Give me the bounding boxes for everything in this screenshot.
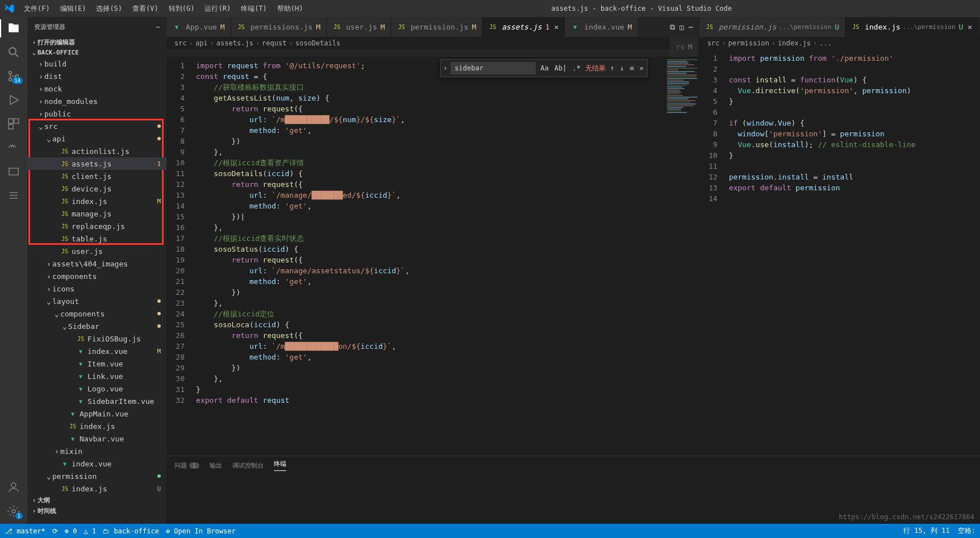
tree-item[interactable]: ⌄components [27, 307, 166, 320]
editor-tab[interactable]: ▼index.vueM [565, 17, 638, 37]
panel-tab[interactable]: 问题1 [174, 461, 199, 470]
panel-tab[interactable]: 终端 [274, 460, 286, 471]
tree-item[interactable]: JSreplaceqp.js [27, 220, 166, 232]
tree-item[interactable]: ›node_modules [27, 95, 166, 107]
menu-item[interactable]: 编辑(E) [56, 2, 91, 16]
tree-item[interactable]: ▼SidebarItem.vue [27, 395, 166, 407]
tree-item[interactable]: ▼index.vueM [27, 345, 166, 357]
tree-item[interactable]: ▼index.vue [27, 457, 166, 470]
code-content[interactable]: import permission from './permission' co… [724, 49, 979, 456]
editor-tab[interactable]: JSuser.jsM [327, 17, 391, 37]
menu-item[interactable]: 查看(V) [128, 2, 163, 16]
indentation[interactable]: 空格: [958, 526, 975, 536]
editor-tab[interactable]: JSindex.js ...\permissionU✕ [845, 17, 978, 37]
code-content[interactable]: import request from '@/utils/request'; c… [191, 57, 665, 456]
tree-item[interactable]: ›assets\404_images [27, 257, 166, 270]
breadcrumb-left[interactable]: src›api›assets.js›requst›sosoDetails [166, 37, 670, 49]
account-icon[interactable] [7, 481, 20, 494]
debug-icon[interactable] [7, 93, 20, 107]
errors-indicator[interactable]: ⊗ 0 [65, 527, 77, 535]
tree-item[interactable]: ›build [27, 57, 166, 70]
tree-item[interactable]: ⌄api [27, 132, 166, 145]
editor-tab[interactable]: ▼App.vueM [166, 17, 231, 37]
find-selection-icon[interactable]: ≡ [628, 63, 635, 73]
tree-item[interactable]: ▼Logo.vue [27, 382, 166, 395]
cursor-position[interactable]: 行 15, 列 11 [903, 526, 950, 536]
tree-item[interactable]: ›components [27, 270, 166, 282]
tree-item[interactable]: ▼Item.vue [27, 357, 166, 370]
menu-item[interactable]: 终端(T) [236, 2, 272, 16]
editor-tab[interactable]: JSpermission.js ...\permissionU [699, 17, 845, 37]
source-control-icon[interactable]: 14 [7, 69, 20, 83]
tree-item[interactable]: JSdevice.js [27, 182, 166, 195]
link-icon[interactable] [7, 141, 20, 155]
menu-item[interactable]: 运行(R) [200, 2, 235, 16]
tree-item[interactable]: JSFixiOSBug.js [27, 332, 166, 345]
tree-item[interactable]: ⌄Sidebar [27, 320, 166, 332]
project-section[interactable]: ⌄BACK-OFFICE [27, 48, 166, 57]
tree-item[interactable]: ▼Link.vue [27, 370, 166, 382]
minimap[interactable] [665, 57, 699, 456]
more-icon[interactable]: ⋯ [156, 23, 160, 31]
open-browser-button[interactable]: ⊕ Open In Browser [166, 527, 236, 535]
tree-item[interactable]: ▼AppMain.vue [27, 407, 166, 420]
overflow-tab[interactable]: rsM [670, 37, 698, 57]
split-icon[interactable]: ◫ [679, 23, 684, 32]
find-close-icon[interactable]: ✕ [639, 63, 645, 73]
extensions-icon[interactable] [7, 117, 20, 131]
tree-item[interactable]: JSmanage.js [27, 207, 166, 220]
menu-item[interactable]: 文件(F) [19, 2, 55, 16]
compare-icon[interactable]: ⧉ [670, 23, 675, 32]
open-editors-section[interactable]: ›打开的编辑器 [27, 37, 166, 48]
tree-item[interactable]: ›icons [27, 282, 166, 295]
tree-item[interactable]: JSassets.js1 [27, 157, 166, 170]
branch-indicator[interactable]: ⎇ master* [5, 527, 45, 535]
tree-item[interactable]: ›mixin [27, 445, 166, 457]
more-icon[interactable]: ⋯ [689, 23, 693, 32]
regex-icon[interactable]: .* [572, 63, 582, 73]
match-word-icon[interactable]: Ab| [553, 63, 568, 73]
editor-tab[interactable]: JSpermissions.jsM [231, 17, 327, 37]
panel-tab[interactable]: 输出 [210, 461, 222, 470]
warnings-indicator[interactable]: △ 1 [84, 527, 97, 535]
match-case-icon[interactable]: Aa [539, 63, 549, 73]
folder-icon[interactable] [7, 165, 20, 178]
timeline-section[interactable]: ›时间线 [27, 506, 166, 516]
menu-item[interactable]: 转到(G) [164, 2, 199, 16]
tree-item[interactable]: JSindex.js [27, 420, 166, 432]
find-toggle-icon[interactable]: › [443, 64, 447, 72]
breadcrumb-right[interactable]: src›permission›index.js›... [699, 37, 979, 49]
tree-item[interactable]: ›dist [27, 70, 166, 82]
tree-item[interactable]: JSuser.js [27, 245, 166, 257]
tree-item[interactable]: ⌄layout [27, 295, 166, 307]
code-area-left[interactable]: 1234567891011121314151617181920212223242… [166, 57, 699, 456]
outline-section[interactable]: ›大纲 [27, 495, 166, 506]
code-area-right[interactable]: 1234567891011121314 import permission fr… [699, 49, 979, 456]
tree-item[interactable]: JSindex.jsU [27, 482, 166, 495]
tree-item[interactable]: ⌄src [27, 120, 166, 132]
find-prev-icon[interactable]: ↑ [609, 63, 615, 73]
tree-item[interactable]: ›public [27, 107, 166, 120]
menu-item[interactable]: 帮助(H) [273, 2, 308, 16]
editor-tab[interactable]: JSassets.js1✕ [482, 17, 565, 37]
folder-indicator[interactable]: 🗀 back-office [103, 527, 159, 535]
explorer-icon[interactable] [7, 22, 20, 35]
sync-icon[interactable]: ⟳ [52, 527, 58, 535]
find-input[interactable] [451, 62, 536, 74]
tree-item[interactable]: ⌄permission [27, 470, 166, 482]
editor-tab[interactable]: JSpermission.jsM [391, 17, 483, 37]
tree-item[interactable]: ▼Navbar.vue [27, 432, 166, 445]
search-icon[interactable] [7, 45, 20, 59]
tree-item[interactable]: JStable.js [27, 232, 166, 245]
settings-icon[interactable]: 1 [7, 504, 20, 518]
title-bar: 文件(F)编辑(E)选择(S)查看(V)转到(G)运行(R)终端(T)帮助(H)… [0, 0, 980, 17]
panel-tab[interactable]: 调试控制台 [232, 461, 264, 470]
tree-item[interactable]: JSclient.js [27, 170, 166, 182]
find-next-icon[interactable]: ↓ [619, 63, 625, 73]
tree-item[interactable]: JSindex.jsM [27, 195, 166, 207]
menu-item[interactable]: 选择(S) [91, 2, 127, 16]
tree-item[interactable]: ›mock [27, 82, 166, 95]
list-icon[interactable] [7, 189, 20, 202]
status-bar: ⎇ master* ⟳ ⊗ 0 △ 1 🗀 back-office ⊕ Open… [0, 524, 980, 538]
tree-item[interactable]: JSactionlist.js [27, 145, 166, 157]
